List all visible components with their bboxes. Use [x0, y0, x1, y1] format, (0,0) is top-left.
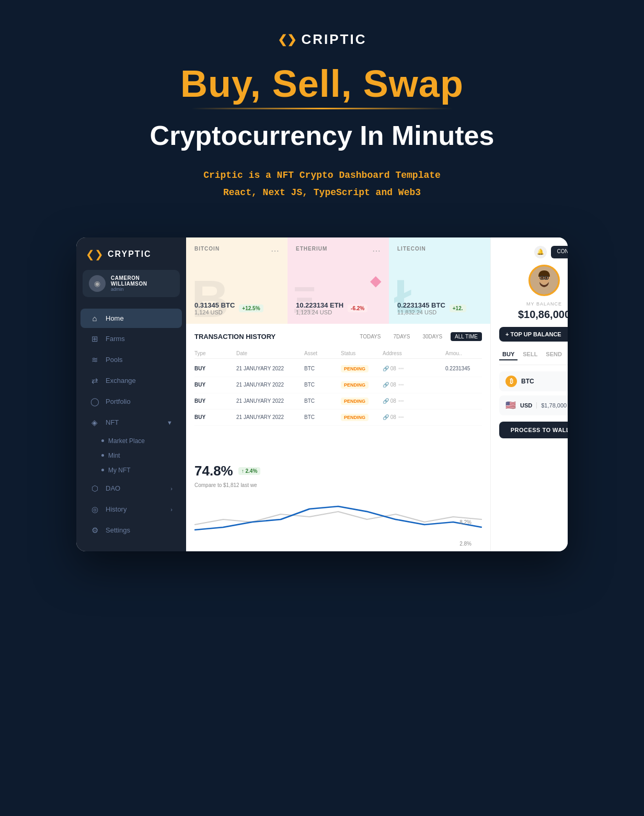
filter-alltime[interactable]: ALL TIME — [451, 332, 482, 341]
sub-dot-mint — [101, 454, 104, 457]
settings-icon: ⚙ — [90, 526, 99, 535]
nav-label-mint: Mint — [108, 452, 120, 459]
table-row: BUY 21 JANUYARY 2022 BTC PENDING 🔗 08••• — [194, 393, 482, 410]
tx-title: TRANSACTION HISTORY — [194, 333, 275, 341]
sidebar-item-history[interactable]: ◎ History › — [80, 500, 182, 519]
chart-area: 74.8% ↑ 2.4% Compare to $1,812 last we — [186, 455, 490, 551]
card-change-bitcoin: +12.5% — [239, 304, 263, 312]
eth-icon: ◆ — [370, 272, 382, 289]
nav-label-mynft: My NFT — [108, 467, 131, 474]
tx-row-asset: BTC — [304, 398, 341, 404]
sidebar-item-nft[interactable]: ◈ NFT ▼ — [80, 413, 182, 433]
usd-row: 🇺🇸 USD $1,78,000 $3.77 BTC — [499, 395, 568, 415]
chart-compare: Compare to $1,812 last we — [194, 482, 482, 488]
tx-row-type: BUY — [194, 414, 236, 420]
card-letter-bitcoin: B — [191, 269, 229, 324]
table-row: BUY 21 JANUYARY 2022 BTC PENDING 🔗 08•••… — [194, 361, 482, 377]
sidebar: ❮❯ CRYPTIC ◉ CAMERON WILLIAMSON admin ⌂ … — [76, 237, 186, 551]
chart-stat: 74.8% ↑ 2.4% — [194, 463, 482, 479]
col-status: Status — [341, 350, 383, 356]
dashboard-outer: ❮❯ CRYPTIC ◉ CAMERON WILLIAMSON admin ⌂ … — [0, 222, 644, 598]
right-panel: 🔔 CONNECT — [490, 237, 568, 551]
table-row: BUY 21 JANUYARY 2022 BTC PENDING 🔗 08••• — [194, 410, 482, 426]
hero-subtitle: Cryptocurrency In Minutes — [10, 120, 634, 151]
sub-dot-mynft — [101, 469, 104, 471]
sidebar-user[interactable]: ◉ CAMERON WILLIAMSON admin — [83, 270, 180, 297]
sub-dot — [101, 439, 104, 442]
tx-row-status: PENDING — [341, 398, 369, 405]
sidebar-item-home[interactable]: ⌂ Home — [80, 309, 182, 328]
sidebar-logo-text: CRYPTIC — [108, 250, 152, 259]
btc-circle: ₿ — [505, 376, 517, 387]
nav-label-nft: NFT — [106, 418, 160, 426]
nav-label-exchange: Exchange — [106, 377, 172, 384]
tx-table-header: Type Date Asset Status Address Amou.. — [194, 348, 482, 359]
tx-row-type: BUY — [194, 382, 236, 388]
sidebar-item-settings[interactable]: ⚙ Settings — [80, 520, 182, 540]
card-name-bitcoin: BITCOIN — [194, 246, 220, 252]
sidebar-logo-icon: ❮❯ — [86, 248, 104, 260]
tx-row-date: 21 JANUYARY 2022 — [236, 366, 304, 371]
sidebar-item-pools[interactable]: ≋ Pools — [80, 350, 182, 370]
history-arrow: › — [170, 506, 172, 513]
nav-label-settings: Settings — [106, 526, 172, 534]
svg-point-2 — [541, 277, 543, 279]
topup-button[interactable]: + TOP UP BALANCE › — [499, 327, 568, 342]
sidebar-item-farms[interactable]: ⊞ Farms — [80, 329, 182, 349]
tab-send[interactable]: SEND — [543, 349, 565, 360]
sidebar-subitem-mynft[interactable]: My NFT — [76, 463, 186, 478]
desc-rest: is a NFT Crypto Dashboard Template — [243, 170, 441, 180]
crypto-select[interactable]: ₿ BTC ▼ — [499, 371, 568, 391]
home-icon: ⌂ — [90, 314, 99, 323]
tx-row-date: 21 JANUYARY 2022 — [236, 414, 304, 420]
card-change-ethereum: -6.2% — [348, 304, 367, 312]
usd-value: $1,78,000 — [541, 402, 567, 409]
process-to-wallet-button[interactable]: PROCESS TO WALLET — [499, 422, 568, 438]
tx-row-asset: BTC — [304, 382, 341, 388]
col-asset: Asset — [304, 350, 341, 356]
tx-row-date: 21 JANUYARY 2022 — [236, 398, 304, 404]
chart-percent: 74.8% — [194, 463, 233, 479]
crypto-select-left: ₿ BTC — [505, 376, 534, 387]
col-address: Address — [383, 350, 445, 356]
table-row: BUY 21 JANUYARY 2022 BTC PENDING 🔗 08••• — [194, 377, 482, 393]
chart-container: 8.2% 2.8% — [194, 493, 482, 537]
trade-tabs: BUY SELL SEND EXCHANGE — [499, 349, 568, 365]
sidebar-item-exchange[interactable]: ⇄ Exchange — [80, 371, 182, 391]
sidebar-subitem-marketplace[interactable]: Market Place — [76, 434, 186, 448]
tx-filters: TODAYS 7DAYS 30DAYS ALL TIME — [355, 332, 482, 341]
connect-button[interactable]: CONNECT — [551, 246, 568, 258]
tx-row-asset: BTC — [304, 366, 341, 371]
tx-row-type: BUY — [194, 398, 236, 404]
card-name-ethereum: ETHERIUM — [296, 246, 327, 252]
center-column: BITCOIN ⋯ B 0.31345 BTC 1,124 USD — [186, 237, 490, 551]
chart-label-high: 8.2% — [459, 519, 472, 525]
filter-todays[interactable]: TODAYS — [355, 332, 385, 341]
chart-label-low: 2.8% — [459, 541, 472, 547]
sidebar-item-portfolio[interactable]: ◯ Portfolio — [80, 392, 182, 412]
tx-row-type: BUY — [194, 366, 236, 371]
sidebar-item-dao[interactable]: ⬡ DAO › — [80, 479, 182, 498]
tab-buy[interactable]: BUY — [499, 349, 518, 360]
col-amount: Amou.. — [445, 350, 482, 356]
card-bitcoin: BITCOIN ⋯ B 0.31345 BTC 1,124 USD — [186, 237, 288, 324]
tx-row-address: 🔗 08••• — [383, 366, 445, 371]
crypto-name: BTC — [521, 378, 534, 385]
filter-30days[interactable]: 30DAYS — [418, 332, 446, 341]
filter-7days[interactable]: 7DAYS — [389, 332, 414, 341]
logo-text: CRIPTIC — [302, 31, 367, 48]
notification-icon[interactable]: 🔔 — [534, 246, 547, 258]
hero-title-gold: Buy, Sell, Swap — [10, 63, 634, 105]
tab-exchange[interactable]: EXCHANGE — [567, 349, 568, 360]
sidebar-subitem-mint[interactable]: Mint — [76, 448, 186, 463]
brand-name: Criptic — [203, 170, 243, 180]
nav-label-dao: DAO — [106, 484, 164, 492]
card-menu-bitcoin[interactable]: ⋯ — [271, 246, 279, 256]
card-menu-ethereum[interactable]: ⋯ — [372, 246, 381, 256]
tx-row-asset: BTC — [304, 414, 341, 420]
user-info: CAMERON WILLIAMSON admin — [111, 275, 174, 292]
tab-sell[interactable]: SELL — [520, 349, 540, 360]
chart-labels: 8.2% 2.8% — [459, 519, 472, 547]
col-type: Type — [194, 350, 236, 356]
main-top-row: BITCOIN ⋯ B 0.31345 BTC 1,124 USD — [186, 237, 568, 551]
